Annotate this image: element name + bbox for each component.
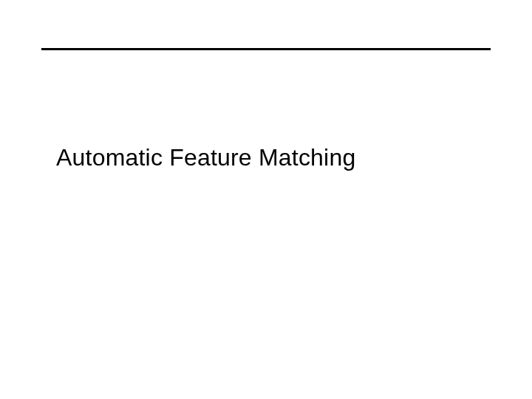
- slide-container: Automatic Feature Matching: [0, 0, 532, 399]
- horizontal-divider: [41, 48, 491, 50]
- slide-title: Automatic Feature Matching: [56, 144, 355, 171]
